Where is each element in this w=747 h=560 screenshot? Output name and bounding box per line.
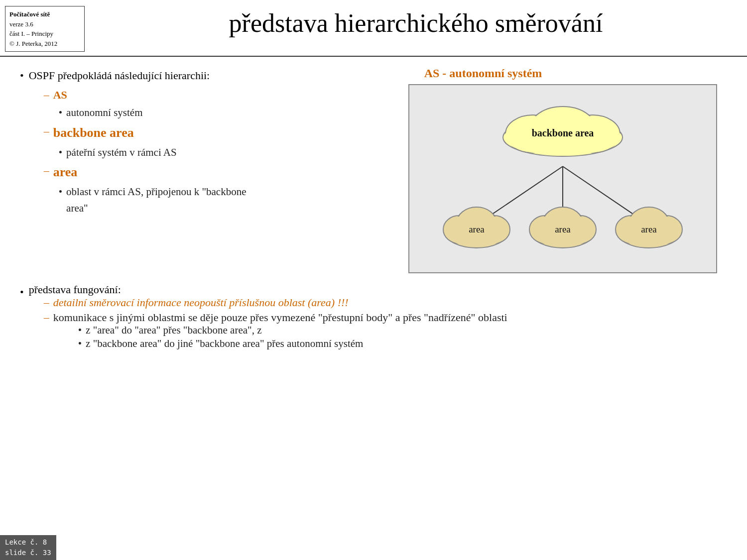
footer-line2: slide č. 33 <box>5 548 51 558</box>
bottom-child-1: z "area" do "area" přes "backbone area",… <box>86 324 261 336</box>
area2-cloud: area <box>525 201 600 257</box>
dash-bottom-1: – <box>44 296 49 309</box>
bullet-ospf: • OSPF předpokládá následující hierarchi… <box>20 67 259 218</box>
bottom-komunikace-content: komunikace s jinými oblastmi se děje pou… <box>53 311 507 351</box>
dash-bottom-2: – <box>44 311 49 324</box>
dash-as: – <box>44 86 49 104</box>
header: Počítačové sítě verze 3.6 část I. – Prin… <box>0 0 747 57</box>
bottom-komunikace-text: komunikace s jinými oblastmi se děje pou… <box>53 311 507 324</box>
sub-item-as: – AS <box>44 86 259 104</box>
sub-sub-dot-1: • <box>59 105 62 121</box>
bottom-sub-sub-item-2: • z "backbone area" do jiné "backbone ar… <box>78 337 507 350</box>
bullet-ospf-text: OSPF předpokládá následující hierarchii:… <box>29 67 259 218</box>
bottom-italic-text: detailní směrovací informace neopouští p… <box>53 296 349 309</box>
bottom-bullet-content: představa fungování: – detailní směrovac… <box>29 283 507 353</box>
sub-item-area: – area <box>44 162 259 183</box>
backbone-cloud-svg: backbone area <box>493 100 632 160</box>
sub-sub-backbone-item: • páteřní systém v rámci AS <box>59 144 259 161</box>
sidebar-info: Počítačové sítě verze 3.6 část I. – Prin… <box>5 6 85 52</box>
diagram-box: backbone area area <box>408 84 717 273</box>
as-label: AS <box>53 86 67 104</box>
dash-area: – <box>44 162 49 179</box>
sub-sub-backbone: • páteřní systém v rámci AS <box>59 144 259 161</box>
sidebar-part: část I. – Principy <box>9 29 80 39</box>
svg-text:backbone area: backbone area <box>532 127 594 138</box>
bottom-child-2: z "backbone area" do jiné "backbone area… <box>86 337 363 350</box>
sub-sub-dot-b1: • <box>78 324 82 336</box>
area-label: area <box>53 162 78 183</box>
sub-sub-as: • autonomní systém <box>59 105 259 121</box>
sub-sub-area-item: • oblast v rámci AS, připojenou k "backb… <box>59 184 259 217</box>
main-content: • OSPF předpokládá následující hierarchi… <box>0 57 747 278</box>
ospf-text: OSPF předpokládá následující hierarchii: <box>29 69 210 82</box>
main-title: představa hierarchického směrování <box>85 4 747 42</box>
bottom-section: • představa fungování: – detailní směrov… <box>0 278 747 361</box>
as-autonomous-label: AS - autonomní systém <box>269 67 717 80</box>
sub-sub-dot-3: • <box>59 184 62 201</box>
backbone-cloud: backbone area <box>493 100 632 162</box>
sub-sub-dot-2: • <box>59 144 62 161</box>
area3-cloud: area <box>612 201 686 257</box>
svg-text:area: area <box>641 224 657 234</box>
backbone-label: backbone area <box>53 122 134 143</box>
bullet-dot-bottom: • <box>20 283 24 301</box>
bottom-sub-sub-list: • z "area" do "area" přes "backbone area… <box>78 324 507 350</box>
bullet-dot-1: • <box>20 67 24 84</box>
backbone-child-1: páteřní systém v rámci AS <box>66 144 177 161</box>
area-child-1: oblast v rámci AS, připojenou k "backbon… <box>66 184 259 217</box>
sub-list: – AS • autonomní systém – backbone area <box>44 86 259 217</box>
right-column: AS - autonomní systém <box>269 67 727 273</box>
bottom-sub-item-1: – detailní směrovací informace neopouští… <box>44 296 507 309</box>
sidebar-title: Počítačové sítě <box>9 9 80 19</box>
area3-cloud-svg: area <box>612 201 686 255</box>
as-child-1: autonomní systém <box>66 105 142 121</box>
bottom-sub-sub-item-1: • z "area" do "area" přes "backbone area… <box>78 324 507 336</box>
area1-cloud: area <box>439 201 514 257</box>
sidebar-version: verze 3.6 <box>9 19 80 29</box>
svg-text:area: area <box>555 224 571 234</box>
bottom-bullet-main: • představa fungování: – detailní směrov… <box>20 283 727 353</box>
sub-sub-as-item: • autonomní systém <box>59 105 259 121</box>
area2-cloud-svg: area <box>525 201 600 255</box>
area1-cloud-svg: area <box>439 201 514 255</box>
footer: Lekce č. 8 slide č. 33 <box>0 535 56 560</box>
bottom-sub-item-2: – komunikace s jinými oblastmi se děje p… <box>44 311 507 351</box>
sub-sub-area: • oblast v rámci AS, připojenou k "backb… <box>59 184 259 217</box>
bottom-sub-list: – detailní směrovací informace neopouští… <box>44 296 507 351</box>
sidebar-copyright: © J. Peterka, 2012 <box>9 39 80 49</box>
sub-item-backbone: – backbone area <box>44 122 259 143</box>
sub-sub-dot-b2: • <box>78 337 82 350</box>
footer-line1: Lekce č. 8 <box>5 537 51 548</box>
left-column: • OSPF předpokládá následující hierarchi… <box>20 67 259 273</box>
svg-text:area: area <box>469 224 485 234</box>
bottom-bullet-text: představa fungování: <box>29 283 121 296</box>
dash-backbone: – <box>44 122 49 140</box>
